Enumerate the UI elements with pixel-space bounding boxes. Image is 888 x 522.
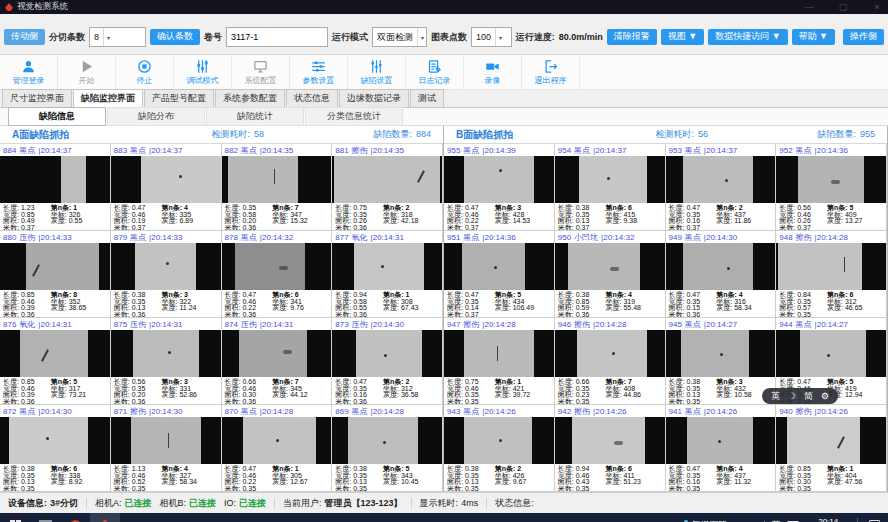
roll-number-input[interactable] xyxy=(226,27,328,47)
toolbar-button-user[interactable]: 管理登录 xyxy=(0,55,58,89)
defect-cell[interactable]: 948 擦伤 |20:14:28 长度: 0.84 宽度: 0.35 面积: 0… xyxy=(776,231,887,318)
defect-image[interactable] xyxy=(555,330,665,377)
defect-cell[interactable]: 884 黑点 |20:14:37 长度: 1.23 宽度: 0.85 面积: 0… xyxy=(0,144,111,231)
defect-image[interactable] xyxy=(332,417,442,464)
toolbar-button-log[interactable]: 日志记录 xyxy=(406,55,464,89)
toolbar-button-camera[interactable]: 录像 xyxy=(464,55,522,89)
defect-image[interactable] xyxy=(555,417,665,464)
defect-cell[interactable]: 883 黑点 |20:14:37 长度: 0.47 宽度: 0.46 面积: 0… xyxy=(111,144,222,231)
main-tab-7[interactable]: 测试 xyxy=(410,89,444,107)
defect-image[interactable] xyxy=(666,156,776,203)
toolbar-button-play[interactable]: 开始 xyxy=(58,55,116,89)
defect-cell[interactable]: 880 压伤 |20:14:33 长度: 0.85 宽度: 0.46 面积: 0… xyxy=(0,231,111,318)
defect-cell[interactable]: 871 擦伤 |20:14:30 长度: 1.13 宽度: 0.46 面积: 0… xyxy=(111,405,222,492)
operate-side-button[interactable]: 操作侧 xyxy=(843,29,884,45)
defect-image[interactable] xyxy=(0,243,110,290)
defect-image[interactable] xyxy=(222,243,332,290)
defect-image[interactable] xyxy=(555,243,665,290)
panel-title[interactable]: B面缺陷抓拍 xyxy=(456,128,513,142)
minimize-button[interactable]: — xyxy=(802,2,816,12)
defect-image[interactable] xyxy=(666,330,776,377)
defect-cell[interactable]: 942 擦伤 |20:14:26 长度: 0.94 宽度: 0.46 面积: 0… xyxy=(555,405,666,492)
defect-image[interactable] xyxy=(222,417,332,464)
defect-image[interactable] xyxy=(111,330,221,377)
defect-image[interactable] xyxy=(222,156,332,203)
defect-image[interactable] xyxy=(666,417,776,464)
defect-image[interactable] xyxy=(332,156,442,203)
toolbar-button-stop[interactable]: 停止 xyxy=(116,55,174,89)
defect-cell[interactable]: 950 小凹坑 |20:14:32 长度: 0.38 宽度: 0.85 面积: … xyxy=(555,231,666,318)
defect-cell[interactable]: 940 擦伤 |20:14:26 长度: 0.85 宽度: 0.35 面积: 0… xyxy=(776,405,887,492)
toolbar-button-exit[interactable]: 退出程序 xyxy=(522,55,580,89)
defect-cell[interactable]: 879 黑点 |20:14:33 长度: 0.38 宽度: 0.35 面积: 0… xyxy=(111,231,222,318)
defect-image[interactable] xyxy=(111,417,221,464)
ime-english-toggle[interactable]: 英 xyxy=(771,390,780,403)
toolbar-button-bars[interactable]: 缺陷设置 xyxy=(348,55,406,89)
defect-image[interactable] xyxy=(444,417,554,464)
defect-image[interactable] xyxy=(0,156,110,203)
main-tab-6[interactable]: 边缘数据记录 xyxy=(339,89,409,107)
defect-image[interactable] xyxy=(111,243,221,290)
defect-cell[interactable]: 953 黑点 |20:14:37 长度: 0.47 宽度: 0.35 面积: 0… xyxy=(666,144,777,231)
start-button[interactable] xyxy=(0,513,30,522)
defect-cell[interactable]: 874 压伤 |20:14:31 长度: 0.66 宽度: 0.46 面积: 0… xyxy=(222,318,333,405)
defect-image[interactable] xyxy=(776,417,886,464)
view-menu-button[interactable]: 视图 ▼ xyxy=(661,29,704,45)
ime-settings-gear-icon[interactable]: ⚙ xyxy=(821,391,829,401)
toolbar-button-tune[interactable]: 调试模式 xyxy=(174,55,232,89)
sub-tab-3[interactable]: 缺陷统计 xyxy=(206,107,304,126)
taskbar-app-inspection[interactable] xyxy=(90,513,120,522)
defect-cell[interactable]: 870 黑点 |20:14:28 长度: 0.47 宽度: 0.46 面积: 0… xyxy=(222,405,333,492)
main-tab-4[interactable]: 系统参数配置 xyxy=(215,89,285,107)
defect-cell[interactable]: 869 黑点 |20:14:28 长度: 0.38 宽度: 0.35 面积: 0… xyxy=(332,405,443,492)
sub-tab-2[interactable]: 缺陷分布 xyxy=(107,107,205,126)
main-tab-5[interactable]: 状态信息 xyxy=(286,89,338,107)
defect-cell[interactable]: 951 黑点 |20:14:36 长度: 0.47 宽度: 0.35 面积: 0… xyxy=(444,231,555,318)
main-tab-3[interactable]: 产品型号配置 xyxy=(144,89,214,107)
chart-points-select[interactable]: 100 ▾ xyxy=(471,27,512,47)
panel-title[interactable]: A面缺陷抓拍 xyxy=(12,128,69,142)
defect-cell[interactable]: 881 擦伤 |20:14:35 长度: 0.75 宽度: 0.35 面积: 0… xyxy=(332,144,443,231)
defect-cell[interactable]: 872 黑点 |20:14:30 长度: 0.38 宽度: 0.35 面积: 0… xyxy=(0,405,111,492)
data-access-menu-button[interactable]: 数据快捷访问 ▼ xyxy=(708,29,787,45)
confirm-count-button[interactable]: 确认条数 xyxy=(150,29,200,45)
taskbar-app-secondary[interactable] xyxy=(60,513,90,522)
defect-cell[interactable]: 946 擦伤 |20:14:28 长度: 0.66 宽度: 0.35 面积: 0… xyxy=(555,318,666,405)
defect-cell[interactable]: 949 黑点 |20:14:30 长度: 0.47 宽度: 0.35 面积: 0… xyxy=(666,231,777,318)
sub-tab-1[interactable]: 缺陷信息 xyxy=(8,107,106,126)
defect-cell[interactable]: 873 压伤 |20:14:30 长度: 0.47 宽度: 0.35 面积: 0… xyxy=(332,318,443,405)
taskbar-clock[interactable]: 20:14 2025/2/10 xyxy=(806,517,850,522)
main-tab-1[interactable]: 尺寸监控界面 xyxy=(2,89,72,107)
defect-image[interactable] xyxy=(444,243,554,290)
defect-image[interactable] xyxy=(555,156,665,203)
defect-cell[interactable]: 877 氧化 |20:14:31 长度: 0.94 宽度: 0.58 面积: 0… xyxy=(332,231,443,318)
defect-cell[interactable]: 947 擦伤 |20:14:28 长度: 0.75 宽度: 0.46 面积: 0… xyxy=(444,318,555,405)
defect-image[interactable] xyxy=(332,243,442,290)
defect-cell[interactable]: 943 黑点 |20:14:26 长度: 0.38 宽度: 0.35 面积: 0… xyxy=(444,405,555,492)
drive-side-button[interactable]: 传动侧 xyxy=(4,29,45,45)
ime-moon-icon[interactable]: ☽ xyxy=(788,391,796,401)
defect-image[interactable] xyxy=(222,330,332,377)
defect-image[interactable] xyxy=(332,330,442,377)
maximize-button[interactable]: ▢ xyxy=(836,2,850,12)
defect-image[interactable] xyxy=(444,330,554,377)
defect-image[interactable] xyxy=(444,156,554,203)
strip-count-select[interactable]: 8 ▾ xyxy=(89,27,146,47)
defect-cell[interactable]: 941 黑点 |20:14:26 长度: 0.47 宽度: 0.35 面积: 0… xyxy=(666,405,777,492)
defect-image[interactable] xyxy=(0,417,110,464)
defect-image[interactable] xyxy=(776,156,886,203)
help-menu-button[interactable]: 帮助 ▼ xyxy=(792,29,835,45)
defect-image[interactable] xyxy=(666,243,776,290)
defect-image[interactable] xyxy=(0,330,110,377)
defect-cell[interactable]: 882 黑点 |20:14:35 长度: 0.35 宽度: 0.58 面积: 0… xyxy=(222,144,333,231)
defect-cell[interactable]: 952 黑点 |20:14:36 长度: 0.56 宽度: 0.46 面积: 0… xyxy=(776,144,887,231)
defect-cell[interactable]: 876 氧化 |20:14:31 长度: 0.85 宽度: 0.46 面积: 0… xyxy=(0,318,111,405)
defect-cell[interactable]: 875 压伤 |20:14:31 长度: 0.56 宽度: 0.35 面积: 0… xyxy=(111,318,222,405)
defect-image[interactable] xyxy=(776,330,886,377)
close-button[interactable]: × xyxy=(870,2,884,12)
ime-simplified-toggle[interactable]: 简 xyxy=(804,390,813,403)
run-mode-select[interactable]: 双面检测 ▾ xyxy=(372,27,427,47)
clear-alarm-button[interactable]: 清除报警 xyxy=(607,29,657,45)
weather-widget[interactable]: 气温下降 xyxy=(678,513,734,522)
toolbar-button-monitor[interactable]: 系统配置 xyxy=(232,55,290,89)
